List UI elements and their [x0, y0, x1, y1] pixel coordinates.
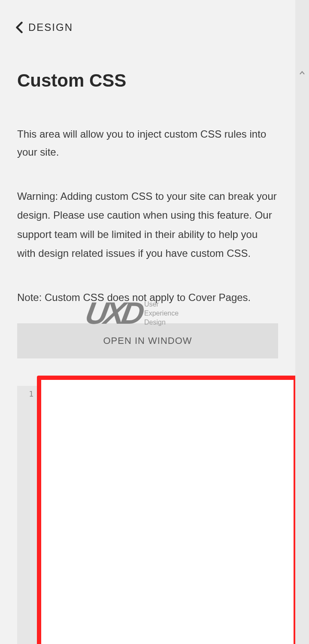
arrow-up-icon	[299, 71, 305, 75]
css-editor-input[interactable]	[37, 376, 298, 644]
line-number: 1	[17, 389, 37, 398]
css-editor-container: 1	[17, 376, 295, 644]
editor-gutter: 1	[17, 386, 37, 644]
page-title: Custom CSS	[0, 33, 295, 91]
note-text: Note: Custom CSS does not apply to Cover…	[0, 263, 295, 307]
open-button-label: OPEN IN WINDOW	[103, 335, 192, 346]
open-in-window-button[interactable]: OPEN IN WINDOW	[17, 323, 278, 358]
chevron-left-icon	[15, 21, 23, 33]
description-text: This area will allow you to inject custo…	[0, 91, 295, 161]
back-button[interactable]: DESIGN	[0, 0, 295, 33]
back-label: DESIGN	[28, 21, 73, 33]
scrollbar-track[interactable]	[295, 0, 309, 644]
custom-css-panel: DESIGN Custom CSS This area will allow y…	[0, 0, 295, 644]
scrollbar-up-button[interactable]	[295, 67, 309, 79]
warning-text: Warning: Adding custom CSS to your site …	[0, 161, 295, 263]
